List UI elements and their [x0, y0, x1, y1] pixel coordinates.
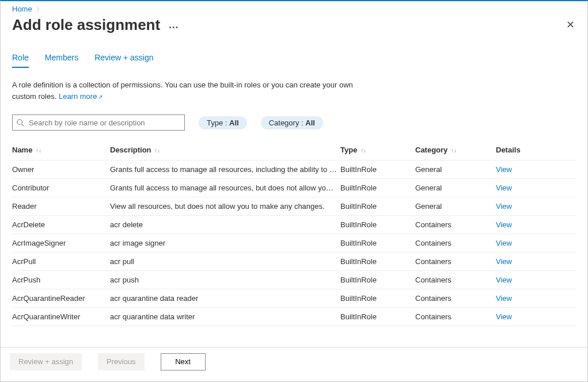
table-row[interactable]: ContributorGrants full access to manage … — [12, 179, 576, 197]
col-details-label: Details — [496, 146, 521, 154]
col-type-label: Type — [340, 146, 357, 154]
table-row[interactable]: OwnerGrants full access to manage all re… — [12, 161, 576, 179]
filter-category-label: Category : — [269, 119, 306, 127]
filter-type-label: Type : — [207, 119, 229, 127]
role-name: AcrQuarantineReader — [12, 289, 110, 308]
role-description: Grants full access to manage all resourc… — [110, 161, 340, 179]
role-type: BuiltInRole — [340, 289, 415, 308]
chevron-right-icon: 〉 — [36, 6, 43, 13]
review-assign-button: Review + assign — [10, 353, 82, 370]
table-row[interactable]: AcrPullacr pullBuiltInRoleContainersView — [12, 253, 576, 271]
role-category: Containers — [415, 271, 496, 289]
footer: Review + assign Previous Next — [1, 347, 587, 376]
role-view-link[interactable]: View — [496, 184, 512, 192]
svg-point-0 — [17, 120, 22, 125]
filter-type-pill[interactable]: Type : All — [199, 116, 247, 129]
role-view-link[interactable]: View — [496, 276, 512, 284]
role-description: Grants full access to manage all resourc… — [110, 179, 340, 197]
next-button[interactable]: Next — [161, 353, 206, 370]
role-type: BuiltInRole — [340, 216, 415, 234]
role-description: View all resources, but does not allow y… — [110, 197, 340, 216]
role-name: AcrPull — [12, 253, 110, 271]
filter-category-pill[interactable]: Category : All — [261, 116, 323, 129]
search-input-wrapper[interactable] — [12, 114, 185, 131]
role-category: Containers — [415, 308, 496, 326]
role-view-link[interactable]: View — [496, 165, 512, 174]
svg-line-1 — [22, 124, 24, 127]
role-name: Reader — [12, 197, 110, 216]
sort-icon: ↑↓ — [451, 147, 457, 154]
role-description: acr quarantine data reader — [110, 289, 340, 308]
role-type: BuiltInRole — [340, 179, 415, 197]
col-description-label: Description — [110, 146, 151, 154]
role-description: acr pull — [110, 253, 340, 271]
col-name[interactable]: Name ↑↓ — [12, 141, 110, 161]
col-category[interactable]: Category ↑↓ — [415, 141, 496, 161]
col-details: Details — [496, 141, 576, 161]
role-view-link[interactable]: View — [496, 312, 512, 321]
role-description: acr image signer — [110, 234, 340, 253]
role-view-link[interactable]: View — [496, 220, 512, 229]
role-category: General — [415, 161, 496, 179]
page-title-text: Add role assignment — [12, 16, 160, 34]
breadcrumb-home[interactable]: Home — [12, 5, 32, 13]
tab-review-assign[interactable]: Review + assign — [94, 51, 153, 68]
tab-members[interactable]: Members — [45, 51, 78, 68]
role-category: Containers — [415, 289, 496, 308]
role-type: BuiltInRole — [340, 253, 415, 271]
role-type: BuiltInRole — [340, 197, 415, 216]
role-description: acr push — [110, 271, 340, 289]
table-row[interactable]: AcrPushacr pushBuiltInRoleContainersView — [12, 271, 576, 289]
role-view-link[interactable]: View — [496, 257, 512, 266]
col-category-label: Category — [415, 146, 447, 154]
search-input[interactable] — [28, 118, 181, 128]
horizontal-scrollbar[interactable] — [1, 376, 587, 381]
tab-role[interactable]: Role — [12, 51, 29, 68]
sort-icon: ↑↓ — [154, 147, 160, 154]
tabs: RoleMembersReview + assign — [12, 51, 576, 68]
table-row[interactable]: AcrImageSigneracr image signerBuiltInRol… — [12, 234, 576, 253]
col-name-label: Name — [12, 146, 32, 154]
learn-more-text: Learn more — [59, 92, 97, 101]
previous-button: Previous — [98, 353, 145, 370]
filter-type-value: All — [229, 119, 239, 127]
roles-table: Name ↑↓ Description ↑↓ Type ↑↓ Category … — [12, 141, 576, 326]
sort-icon: ↑↓ — [36, 147, 41, 154]
role-category: Containers — [415, 253, 496, 271]
role-category: Containers — [415, 216, 496, 234]
role-type: BuiltInRole — [340, 271, 415, 289]
breadcrumb: Home 〉 — [1, 1, 587, 14]
role-type: BuiltInRole — [340, 234, 415, 253]
role-name: AcrPush — [12, 271, 110, 289]
role-description: acr delete — [110, 216, 340, 234]
role-name: Contributor — [12, 179, 110, 197]
more-icon[interactable]: … — [168, 19, 179, 31]
role-name: AcrDelete — [12, 216, 110, 234]
page-title: Add role assignment … — [12, 16, 179, 34]
role-view-link[interactable]: View — [496, 239, 512, 247]
role-category: General — [415, 179, 496, 197]
role-name: AcrImageSigner — [12, 234, 110, 253]
table-row[interactable]: AcrDeleteacr deleteBuiltInRoleContainers… — [12, 216, 576, 234]
role-type: BuiltInRole — [340, 308, 415, 326]
filter-category-value: All — [305, 119, 315, 127]
sort-icon: ↑↓ — [361, 147, 366, 154]
table-row[interactable]: AcrQuarantineReaderacr quarantine data r… — [12, 289, 576, 308]
role-category: Containers — [415, 234, 496, 253]
role-view-link[interactable]: View — [496, 294, 512, 303]
description: A role definition is a collection of per… — [12, 79, 369, 102]
role-description: acr quarantine data writer — [110, 308, 340, 326]
role-category: General — [415, 197, 496, 216]
table-row[interactable]: ReaderView all resources, but does not a… — [12, 197, 576, 216]
search-icon — [16, 119, 24, 127]
external-link-icon: ↗ — [98, 94, 103, 100]
col-description[interactable]: Description ↑↓ — [110, 141, 340, 161]
role-name: AcrQuarantineWriter — [12, 308, 110, 326]
close-icon[interactable]: ✕ — [563, 15, 578, 35]
role-type: BuiltInRole — [340, 161, 415, 179]
role-view-link[interactable]: View — [496, 202, 512, 211]
col-type[interactable]: Type ↑↓ — [340, 141, 415, 161]
learn-more-link[interactable]: Learn more↗ — [59, 92, 103, 101]
table-row[interactable]: AcrQuarantineWriteracr quarantine data w… — [12, 308, 576, 326]
role-name: Owner — [12, 161, 110, 179]
